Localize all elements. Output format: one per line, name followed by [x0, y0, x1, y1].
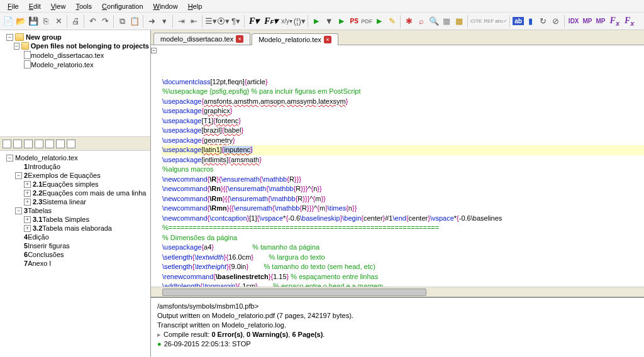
- abc-icon[interactable]: abc✓: [496, 16, 507, 27]
- menu-file[interactable]: File: [3, 1, 24, 11]
- ref-icon[interactable]: REF: [483, 16, 494, 27]
- grid-icon[interactable]: ▦: [441, 16, 452, 27]
- structure-item[interactable]: −2 Exemplos de Equações: [1, 171, 149, 180]
- mp1-icon[interactable]: MP: [582, 18, 594, 25]
- structure-item[interactable]: −3 Tabelas: [1, 206, 149, 215]
- pencil-icon[interactable]: ✎: [386, 16, 397, 27]
- tree-group[interactable]: −Open files not belonging to projects: [1, 41, 149, 50]
- project-tree: −New group −Open files not belonging to …: [0, 30, 150, 137]
- toolbar: 📄 📂 💾 ⎘ ✕ 🖨 ↶ ↷ ⧉ 📋 ➜ ▾ ⇥ ⇤ ☰▾ ⦿▾ ¶▾ F▾ …: [0, 13, 644, 30]
- dropdown-icon[interactable]: ▾: [158, 16, 170, 27]
- idx-icon[interactable]: IDX: [567, 18, 580, 25]
- open-icon[interactable]: 📂: [15, 16, 26, 27]
- output-line: /amsfonts/symbols/msbm10.pfb>: [157, 302, 638, 311]
- structure-tree: −Modelo_relatorio.tex 1 Introdução−2 Exe…: [0, 151, 150, 357]
- sidebar: −New group −Open files not belonging to …: [0, 30, 151, 357]
- close-icon[interactable]: ×: [236, 35, 243, 43]
- structure-subitem[interactable]: +2.2 Equações com mais de uma linha: [1, 189, 149, 197]
- menu-window[interactable]: Window: [148, 1, 183, 11]
- stop-icon[interactable]: ▼: [323, 16, 335, 27]
- menu-help[interactable]: Help: [183, 1, 208, 11]
- code-editor[interactable]: − \documentclass[12pt,fleqn]{article}%\u…: [151, 45, 644, 287]
- structure-subitem[interactable]: +2.1 Equações simples: [1, 180, 149, 189]
- fold-icon[interactable]: −: [151, 48, 157, 53]
- ab-icon[interactable]: ab: [513, 17, 524, 25]
- menu-edit[interactable]: Edit: [24, 1, 46, 11]
- sb-icon[interactable]: [67, 140, 75, 148]
- structure-subitem[interactable]: +3.1 Tabela Simples: [1, 215, 149, 224]
- grid2-icon[interactable]: ▦: [453, 16, 465, 27]
- output-timestamp: 26-09-2015 22:05:13: STOP: [157, 339, 638, 349]
- search-icon[interactable]: ✱: [403, 16, 414, 27]
- book-icon[interactable]: ▮: [525, 16, 536, 27]
- tree-file-2[interactable]: Modelo_relatorio.tex: [1, 60, 149, 69]
- pilcrow-icon[interactable]: ¶▾: [230, 16, 242, 27]
- enum-icon[interactable]: ⦿▾: [218, 16, 229, 27]
- redo-icon[interactable]: ↷: [99, 16, 111, 27]
- structure-item[interactable]: 4 Edição: [1, 233, 149, 241]
- tree-root[interactable]: −New group: [1, 33, 149, 41]
- tab-1[interactable]: modelo_dissertacao.tex×: [153, 33, 250, 45]
- structure-item[interactable]: 5 Inserir figuras: [1, 241, 149, 250]
- tree-file-1[interactable]: modelo_dissertacao.tex: [1, 50, 149, 60]
- build-icon[interactable]: ▶: [336, 16, 347, 27]
- paste-icon[interactable]: 📋: [129, 16, 140, 27]
- sb-icon[interactable]: [3, 140, 11, 148]
- menu-view[interactable]: View: [46, 1, 71, 11]
- goto-icon[interactable]: ➜: [146, 16, 157, 27]
- horizontal-scrollbar[interactable]: [151, 287, 644, 297]
- fx2-icon[interactable]: Fx: [623, 16, 636, 27]
- replace-icon[interactable]: ⌕: [416, 16, 427, 27]
- save-all-icon[interactable]: ⎘: [40, 16, 52, 27]
- output-panel: /amsfonts/symbols/msbm10.pfb>Output writ…: [151, 297, 644, 357]
- structure-root[interactable]: −Modelo_relatorio.tex: [1, 153, 149, 162]
- structure-item[interactable]: 7 Anexo I: [1, 259, 149, 268]
- structure-subitem[interactable]: +3.2 Tabela mais elaborada: [1, 224, 149, 233]
- new-icon[interactable]: 📄: [3, 16, 14, 27]
- mp2-icon[interactable]: MP: [595, 18, 607, 25]
- sb-icon[interactable]: [35, 140, 43, 148]
- structure-item[interactable]: 1 Introdução: [1, 162, 149, 171]
- cite-icon[interactable]: CITE: [470, 16, 482, 27]
- view-icon[interactable]: ▶: [374, 16, 385, 27]
- menu-tools[interactable]: Tools: [70, 1, 97, 11]
- compile-icon[interactable]: ▶: [311, 16, 322, 27]
- xy-icon[interactable]: x/y▾: [281, 16, 292, 27]
- ps-icon[interactable]: PS: [348, 16, 360, 27]
- print-icon[interactable]: 🖨: [70, 16, 81, 27]
- list-icon[interactable]: ☰▾: [205, 16, 216, 27]
- structure-item[interactable]: 6 Conclusões: [1, 250, 149, 259]
- brackets-icon[interactable]: (¦)▾: [294, 16, 305, 27]
- copy-icon[interactable]: ⧉: [116, 16, 128, 27]
- fx1-icon[interactable]: Fx: [608, 16, 621, 27]
- sb-icon[interactable]: [56, 140, 65, 148]
- cancel-icon[interactable]: ⊘: [550, 16, 562, 27]
- save-icon[interactable]: 💾: [28, 16, 39, 27]
- tab-2[interactable]: Modelo_relatorio.tex×: [252, 33, 338, 45]
- sb-icon[interactable]: [45, 140, 54, 148]
- structure-subitem[interactable]: +2.3 Sistema linear: [1, 197, 149, 206]
- indent-icon[interactable]: ⇥: [175, 16, 187, 27]
- output-compile-result: Compile result: 0 Error(s), 0 Warning(s)…: [157, 330, 638, 339]
- outdent-icon[interactable]: ⇤: [188, 16, 199, 27]
- structure-toolbar: [0, 137, 150, 151]
- close-icon[interactable]: ✕: [53, 16, 64, 27]
- output-line: Output written on Modelo_relatorio.pdf (…: [157, 311, 638, 321]
- menu-config[interactable]: Configuration: [97, 1, 148, 11]
- close-icon[interactable]: ×: [324, 36, 331, 43]
- sb-icon[interactable]: [24, 140, 33, 148]
- pdf-icon[interactable]: PDF: [361, 16, 372, 27]
- font-f-icon[interactable]: F▾: [247, 16, 261, 26]
- zoom-icon[interactable]: 🔍: [428, 16, 440, 27]
- editor-tabs: modelo_dissertacao.tex× Modelo_relatorio…: [151, 30, 644, 45]
- undo-icon[interactable]: ↶: [87, 16, 98, 27]
- refresh-icon[interactable]: ↻: [538, 16, 549, 27]
- sb-icon[interactable]: [13, 140, 22, 148]
- menu-bar: File Edit View Tools Configuration Windo…: [0, 0, 644, 13]
- font-size-icon[interactable]: FF▾: [262, 16, 280, 26]
- output-line: Transcript written on Modelo_relatorio.l…: [157, 321, 638, 330]
